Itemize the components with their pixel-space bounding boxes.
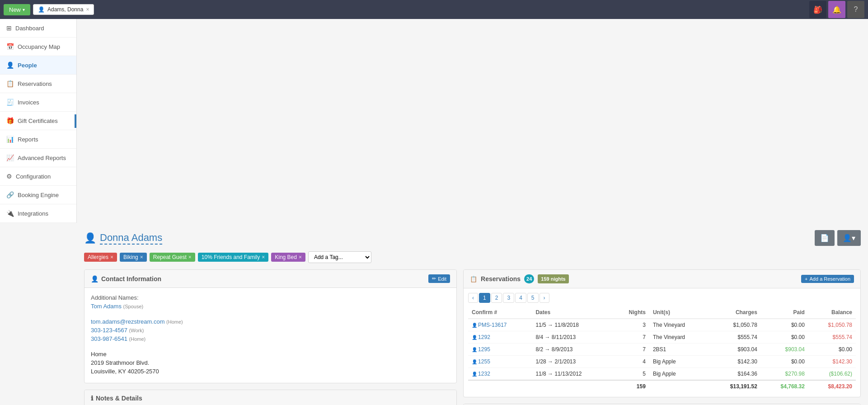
person-action-icon-button[interactable]: 👤▾ [837, 230, 861, 246]
new-button[interactable]: New ▾ [4, 4, 30, 15]
sidebar-label-gift-certificates: Gift Certificates [18, 118, 58, 124]
phone-home[interactable]: 303-987-6541 [91, 335, 127, 342]
total-balance: $8,423.20 [808, 380, 856, 392]
row-confirm[interactable]: 👤1232 [468, 368, 532, 381]
page-btn-1[interactable]: 1 [479, 293, 490, 303]
sidebar-item-advanced-reports[interactable]: 📈Advanced Reports [0, 149, 76, 167]
row-balance: $555.74 [808, 331, 856, 344]
add-tag-select[interactable]: Add a Tag... [308, 251, 371, 263]
sidebar-label-dashboard: Dashboard [15, 25, 44, 32]
document-icon-button[interactable]: 📄 [815, 230, 835, 246]
total-unit [649, 380, 709, 392]
help-icon-button[interactable]: ? [847, 1, 864, 18]
briefcase-icon-button[interactable]: 🎒 [809, 1, 826, 18]
contact-email[interactable]: tom.adams@rezstream.com [91, 318, 164, 325]
row-paid: $903.04 [761, 344, 808, 356]
sidebar-item-booking-engine[interactable]: 🔗Booking Engine [0, 186, 76, 204]
sidebar-label-advanced-reports: Advanced Reports [18, 155, 66, 161]
sidebar-collapse-button[interactable]: ❮ [75, 114, 77, 128]
col-balance: Balance [808, 306, 856, 319]
page-btn-‹[interactable]: ‹ [468, 293, 478, 303]
sidebar-item-configuration[interactable]: ⚙Configuration [0, 167, 76, 186]
add-res-icon: + [805, 276, 807, 282]
reservations-header-title: 📋 Reservations 24 159 nights [470, 274, 569, 283]
tab-user-icon: 👤 [38, 6, 45, 13]
tag-remove-biking[interactable]: × [140, 254, 143, 260]
row-unit: The Vineyard [649, 331, 709, 344]
page-title: 👤 Donna Adams [84, 232, 162, 245]
tag-remove-allergies[interactable]: × [110, 254, 113, 260]
reservations-card: 📋 Reservations 24 159 nights + Add a Res… [463, 269, 861, 397]
reservations-nights-badge: 159 nights [538, 274, 568, 283]
sidebar-item-invoices[interactable]: 🧾Invoices [0, 93, 76, 112]
tag-label-friends-family: 10% Friends and Family [202, 254, 260, 260]
tag-friends-family[interactable]: 10% Friends and Family× [198, 253, 268, 262]
tag-repeat-guest[interactable]: Repeat Guest× [150, 253, 195, 262]
total-label [468, 380, 532, 392]
phone-work[interactable]: 303-123-4567 [91, 327, 127, 334]
top-bar-right: 🎒 🔔 ? [809, 1, 864, 18]
col-confirm: Confirm # [468, 306, 532, 319]
reservations-count-badge: 24 [524, 274, 534, 283]
row-confirm[interactable]: 👤1255 [468, 356, 532, 368]
sidebar: ⊞Dashboard📅Occupancy Map👤People📋Reservat… [0, 19, 77, 223]
tag-remove-king-bed[interactable]: × [299, 254, 302, 260]
sidebar-item-integrations[interactable]: 🔌Integrations [0, 204, 76, 223]
page-btn-4[interactable]: 4 [515, 293, 526, 303]
page-btn-2[interactable]: 2 [491, 293, 502, 303]
tag-remove-repeat-guest[interactable]: × [188, 254, 192, 260]
page-btn-5[interactable]: 5 [527, 293, 539, 303]
sidebar-item-dashboard[interactable]: ⊞Dashboard [0, 19, 76, 38]
additional-names-label: Additional Names: [91, 294, 139, 301]
edit-contact-button[interactable]: ✏ Edit [428, 274, 450, 283]
sidebar-item-people[interactable]: 👤People [0, 56, 76, 75]
sidebar-item-gift-certificates[interactable]: 🎁Gift Certificates [0, 112, 76, 130]
sidebar-label-reports: Reports [18, 136, 38, 143]
row-balance: $0.00 [808, 344, 856, 356]
row-confirm[interactable]: 👤1292 [468, 331, 532, 344]
tag-king-bed[interactable]: King Bed× [271, 253, 305, 262]
tag-label-allergies: Allergies [88, 254, 108, 260]
row-nights: 3 [613, 319, 649, 331]
row-charges: $142.30 [709, 356, 761, 368]
row-balance: $142.30 [808, 356, 856, 368]
tab-close-icon[interactable]: × [86, 6, 89, 13]
new-label: New [9, 6, 21, 13]
page-btn-3[interactable]: 3 [503, 293, 514, 303]
tag-biking[interactable]: Biking× [120, 253, 147, 262]
address-line1: 2019 Strathmoor Blvd. [91, 359, 450, 366]
tag-allergies[interactable]: Allergies× [84, 253, 117, 262]
sidebar-icon-gift-certificates: 🎁 [6, 117, 14, 124]
phone-work-field: 303-123-4567 (Work) [91, 327, 450, 334]
row-confirm[interactable]: 👤PMS-13617 [468, 319, 532, 331]
header-actions: 📄 👤▾ [815, 230, 861, 246]
reservations-pagination: ‹12345› [468, 293, 856, 303]
sidebar-label-reservations: Reservations [18, 80, 52, 87]
page-btn-›[interactable]: › [540, 293, 549, 303]
tag-label-repeat-guest: Repeat Guest [153, 254, 187, 260]
sidebar-item-occupancy-map[interactable]: 📅Occupancy Map [0, 38, 76, 56]
sidebar-item-reports[interactable]: 📊Reports [0, 130, 76, 149]
row-paid: $0.00 [761, 331, 808, 344]
total-nights: 159 [613, 380, 649, 392]
address-line2-text: Louisville, KY 40205-2570 [91, 368, 159, 375]
person-name: Donna Adams [100, 232, 162, 245]
col-units: Unit(s) [649, 306, 709, 319]
sidebar-label-integrations: Integrations [18, 210, 48, 217]
row-nights: 5 [613, 368, 649, 381]
bell-icon-button[interactable]: 🔔 [828, 1, 845, 18]
add-reservation-button[interactable]: + Add a Reservation [801, 275, 854, 283]
contact-information-card: 👤 Contact Information ✏ Edit Additional … [84, 269, 457, 383]
sidebar-item-reservations[interactable]: 📋Reservations [0, 75, 76, 93]
row-confirm[interactable]: 👤1295 [468, 344, 532, 356]
sidebar-icon-booking-engine: 🔗 [6, 191, 14, 198]
edit-icon: ✏ [432, 276, 436, 282]
tag-label-biking: Biking [123, 254, 138, 260]
email-tag: (Home) [166, 319, 183, 325]
notes-details-card: ℹ Notes & Details Source of Contact Clic… [84, 390, 457, 405]
row-dates: 1/28 → 2/1/2013 [532, 356, 613, 368]
tag-remove-friends-family[interactable]: × [262, 254, 265, 260]
row-dates: 11/5 → 11/8/2018 [532, 319, 613, 331]
tab-adams-donna[interactable]: 👤 Adams, Donna × [33, 4, 94, 15]
additional-names-field: Additional Names: [91, 294, 450, 301]
